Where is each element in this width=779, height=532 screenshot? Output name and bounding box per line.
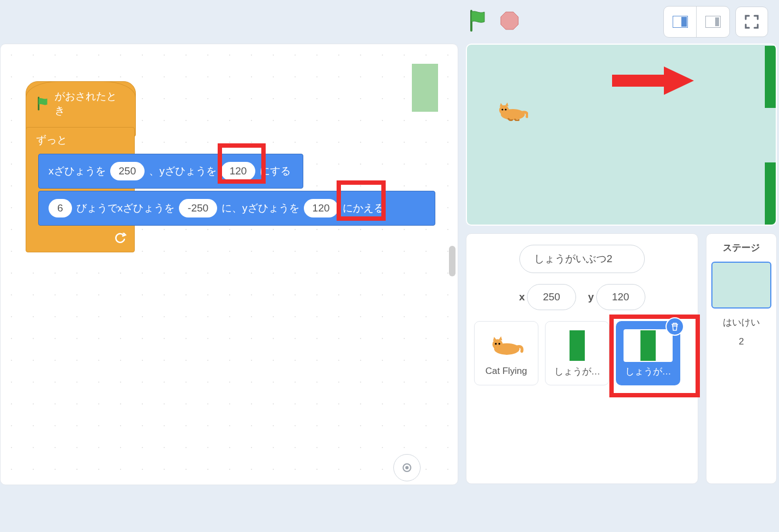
vertical-scrollbar[interactable] (449, 246, 456, 276)
svg-point-14 (499, 343, 500, 344)
green-flag-icon (37, 96, 49, 111)
stop-icon[interactable] (500, 11, 519, 33)
annotation-arrow-icon (612, 64, 694, 99)
forever-block[interactable]: ずっと xざひょうを 250 、yざひょうを 120 にする 6 (26, 127, 135, 252)
large-stage-button[interactable] (697, 7, 729, 37)
forever-label: ずっと (36, 134, 67, 146)
svg-point-9 (501, 108, 503, 110)
stage-preview[interactable] (466, 44, 777, 226)
backdrop-label: はいけい (723, 316, 760, 329)
glide-secs-input[interactable]: 6 (49, 199, 72, 217)
zoom-reset-button[interactable] (393, 454, 421, 481)
glide-text-2: に、yざひょうを (221, 201, 299, 215)
green-flag-icon[interactable] (469, 10, 489, 34)
goto-y-input[interactable]: 120 (221, 162, 256, 180)
script-workspace[interactable]: がおされたとき ずっと xざひょうを 250 、yざひょうを 120 にする (0, 44, 458, 485)
stage-selector-panel: ステージ はいけい 2 (706, 233, 777, 484)
goto-text-1: xざひょうを (49, 164, 106, 178)
sprite-x-input[interactable] (527, 284, 576, 310)
fullscreen-button[interactable] (735, 7, 768, 37)
obstacle-sprite-on-stage (765, 162, 776, 226)
sprite-y-input[interactable] (596, 284, 645, 310)
goto-text-2: 、yざひょうを (149, 164, 217, 178)
glide-text-1: びょうでxざひょうを (76, 201, 175, 215)
svg-point-6 (406, 467, 408, 469)
svg-rect-2 (681, 17, 687, 27)
block-stack[interactable]: がおされたとき ずっと xざひょうを 250 、yざひょうを 120 にする (26, 81, 136, 252)
svg-point-12 (493, 339, 503, 349)
trash-icon (670, 322, 680, 331)
sprite-info-panel: x y (466, 233, 698, 484)
svg-point-13 (495, 343, 496, 344)
delete-sprite-button[interactable] (666, 317, 684, 336)
stage-size-toggle (663, 6, 730, 38)
stage-thumbnail[interactable] (711, 262, 771, 309)
sprite-tile-label: しょうが… (625, 365, 672, 378)
sprite-list: Cat Flying しょうが… しょうが… (474, 321, 690, 385)
sprite-tile-label: Cat Flying (486, 366, 528, 377)
sprite-name-input[interactable] (519, 245, 645, 273)
sprite-tile-obstacle2[interactable]: しょうが… (616, 321, 680, 385)
cat-sprite-on-stage[interactable] (496, 102, 528, 123)
loop-arrow-icon (113, 233, 127, 246)
sprite-tile-obstacle1[interactable]: しょうが… (545, 321, 609, 385)
goto-xy-block[interactable]: xざひょうを 250 、yざひょうを 120 にする (38, 154, 303, 189)
sprite-tile-cat[interactable]: Cat Flying (474, 321, 538, 385)
svg-rect-4 (715, 17, 719, 26)
glide-text-3: にかえる (343, 201, 384, 215)
glide-x-input[interactable]: -250 (179, 199, 217, 217)
backdrop-count: 2 (739, 336, 744, 347)
stage-panel-title: ステージ (723, 241, 760, 254)
sprite-costume-preview (412, 64, 438, 112)
sprite-tile-label: しょうが… (554, 365, 601, 378)
x-label: x (519, 291, 525, 303)
goto-x-input[interactable]: 250 (110, 162, 145, 180)
glide-block[interactable]: 6 びょうでxざひょうを -250 に、yざひょうを 120 にかえる (38, 191, 435, 226)
small-stage-button[interactable] (664, 7, 697, 37)
y-label: y (588, 291, 594, 303)
svg-point-10 (505, 108, 506, 110)
svg-point-8 (499, 105, 509, 115)
svg-marker-0 (501, 12, 518, 29)
goto-text-3: にする (260, 164, 291, 178)
obstacle-sprite-on-stage (765, 46, 776, 108)
glide-y-input[interactable]: 120 (304, 199, 339, 217)
hat-label: がおされたとき (55, 89, 122, 118)
